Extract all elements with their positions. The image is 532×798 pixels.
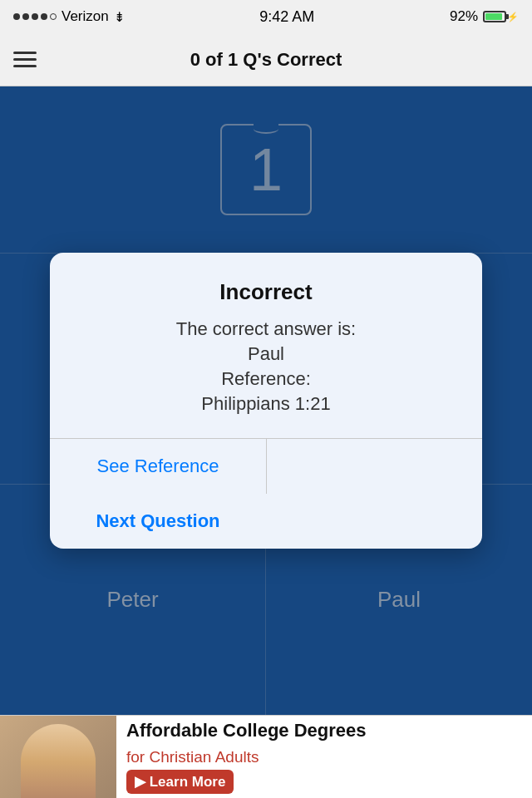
charging-icon: ⚡ (507, 12, 519, 22)
status-right: 92% ⚡ (450, 8, 519, 25)
result-modal: Incorrect The correct answer is: Paul Re… (50, 253, 482, 549)
signal-dot-2 (22, 13, 29, 20)
ad-person-image (21, 724, 96, 799)
modal-actions: See Reference Next Question (50, 439, 482, 549)
hamburger-line-3 (13, 65, 37, 67)
ad-banner[interactable]: Affordable College Degrees for Christian… (0, 715, 532, 798)
page-title: 0 of 1 Q's Correct (190, 49, 342, 71)
battery-fill (485, 13, 502, 20)
carrier-label: Verizon (62, 8, 109, 25)
hamburger-line-2 (13, 58, 37, 61)
ad-cta-button[interactable]: ▶ Learn More (126, 770, 234, 794)
status-left: Verizon ⇟ (13, 8, 125, 25)
see-reference-button[interactable]: See Reference (50, 439, 266, 494)
ad-headline: Affordable College Degrees (126, 720, 522, 741)
reference-label: Reference: (83, 368, 449, 390)
correct-answer-value: Paul (83, 343, 449, 365)
ad-image (0, 716, 116, 799)
menu-button[interactable] (13, 52, 37, 67)
ad-text-area: Affordable College Degrees for Christian… (116, 716, 532, 798)
wifi-icon: ⇟ (114, 9, 125, 25)
reference-value: Philippians 1:21 (83, 393, 449, 415)
next-question-button[interactable]: Next Question (50, 494, 266, 549)
signal-dot-3 (32, 13, 38, 20)
battery-percent: 92% (450, 8, 478, 25)
battery-icon: ⚡ (483, 11, 519, 22)
correct-answer-label: The correct answer is: (83, 318, 449, 340)
signal-dot-1 (13, 13, 20, 20)
modal-title: Incorrect (83, 279, 449, 305)
signal-dot-5 (50, 13, 57, 20)
signal-dot-4 (41, 13, 47, 20)
status-bar: Verizon ⇟ 9:42 AM 92% ⚡ (0, 0, 532, 33)
status-time: 9:42 AM (259, 8, 314, 26)
main-content: 1 V... t, Peter Paul Incorrect The corre… (0, 86, 532, 715)
signal-strength (13, 13, 57, 20)
battery-body (483, 11, 506, 22)
action-divider (266, 439, 267, 494)
modal-body: Incorrect The correct answer is: Paul Re… (50, 253, 482, 438)
ad-subtext: for Christian Adults (126, 748, 522, 766)
hamburger-line-1 (13, 52, 37, 54)
modal-overlay: Incorrect The correct answer is: Paul Re… (0, 86, 532, 715)
nav-bar: 0 of 1 Q's Correct (0, 33, 532, 86)
